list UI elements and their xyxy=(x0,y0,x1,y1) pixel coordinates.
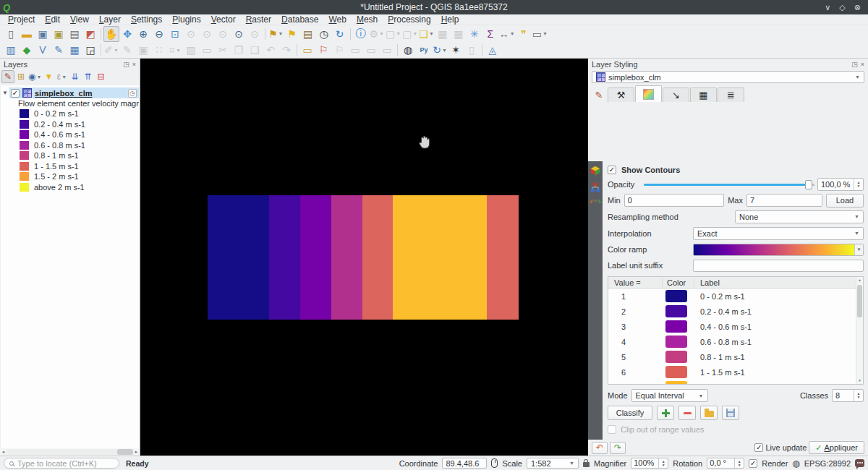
metasearch-icon[interactable]: ◍ xyxy=(400,42,416,58)
delete-selected-icon[interactable]: ▭ xyxy=(199,42,215,58)
layer-diagram-icon[interactable]: ⚐ xyxy=(315,42,331,58)
collapse-all-icon[interactable]: ⇈ xyxy=(81,70,94,83)
close-icon[interactable]: ⊗ xyxy=(854,3,861,12)
class-color-swatch[interactable] xyxy=(665,320,687,333)
class-label[interactable]: 0.2 - 0.4 m s-1 xyxy=(694,307,863,316)
mode-combo[interactable]: Equal Interval▼ xyxy=(631,389,708,402)
layer-row[interactable]: ▼ simplebox_clm ◷ xyxy=(1,87,139,98)
class-table-row[interactable]: 30.4 - 0.6 m s-1 xyxy=(608,319,863,334)
maximize-icon[interactable]: ◇ xyxy=(839,3,845,12)
symbology-brush-icon[interactable]: ✎ xyxy=(590,87,608,102)
processing-toolbox-icon[interactable]: ✳ xyxy=(467,26,482,42)
layer-visibility-checkbox[interactable] xyxy=(11,89,20,98)
class-value[interactable]: 7 xyxy=(608,383,663,385)
class-label[interactable]: 0 - 0.2 m s-1 xyxy=(694,292,863,301)
class-value[interactable]: 2 xyxy=(608,307,663,316)
undo-icon[interactable]: ↶ xyxy=(263,42,278,58)
menu-mesh[interactable]: Mesh xyxy=(352,14,383,25)
coordinate-input[interactable]: 89.4,48.6 xyxy=(442,458,487,469)
tab-rendering[interactable]: ▦ xyxy=(690,87,717,102)
class-value[interactable]: 3 xyxy=(608,322,663,331)
cut-features-icon[interactable]: ✂ xyxy=(215,42,231,58)
menu-layer[interactable]: Layer xyxy=(94,14,126,25)
copy-features-icon[interactable]: ❐ xyxy=(231,42,247,58)
select-features-icon[interactable]: ▢▼ xyxy=(385,26,401,42)
statistics-summary-icon[interactable]: Σ xyxy=(482,26,498,42)
remove-layer-icon[interactable]: ⊟ xyxy=(94,70,107,83)
help-contents-icon[interactable]: ▯ xyxy=(464,42,480,58)
opacity-slider[interactable] xyxy=(644,179,814,190)
style-manager-icon[interactable]: ◩ xyxy=(82,26,98,42)
mesh-calculator-icon[interactable]: ◬ xyxy=(485,42,501,58)
run-feature-action-icon[interactable]: ⚙▼ xyxy=(369,26,386,42)
class-table-row[interactable]: 50.8 - 1 m s-1 xyxy=(608,349,863,364)
bookmark-manager-icon[interactable]: ▤ xyxy=(300,26,316,42)
temporal-clock-icon[interactable]: ◷ xyxy=(128,89,137,98)
scroll-left-icon[interactable]: ◄ xyxy=(0,450,7,454)
color-ramp-button[interactable] xyxy=(694,244,854,255)
class-table-row[interactable]: 61 - 1.5 m s-1 xyxy=(608,364,863,380)
opacity-spinbox[interactable]: 100,0 %▲▼ xyxy=(817,178,864,191)
apply-button[interactable]: ✓ Appliquer xyxy=(809,441,864,454)
identify-features-icon[interactable]: ⓘ xyxy=(353,26,369,42)
magnifier-spinbox[interactable]: 100%▲▼ xyxy=(631,458,668,469)
toggle-editing-icon[interactable]: ✎ xyxy=(119,42,135,58)
menu-view[interactable]: View xyxy=(65,14,94,25)
zoom-native-icon[interactable]: ⊙ xyxy=(215,26,231,42)
filter-legend-icon[interactable]: ▼ xyxy=(42,70,55,83)
text-annotation-icon[interactable]: ▭▼ xyxy=(532,26,548,42)
layer-labeling-icon[interactable]: ▭ xyxy=(299,42,315,58)
zoom-to-selection-icon[interactable]: ⊙ xyxy=(183,26,199,42)
menu-plugins[interactable]: Plugins xyxy=(167,14,205,25)
label-unit-suffix-input[interactable] xyxy=(693,260,864,272)
class-value[interactable]: 4 xyxy=(608,338,663,346)
open-project-icon[interactable]: ▬ xyxy=(19,26,35,42)
legend-class-item[interactable]: 0.4 - 0.6 m s-1 xyxy=(20,129,139,140)
scale-combo[interactable]: 1:582▼ xyxy=(527,458,579,469)
menu-project[interactable]: Project xyxy=(3,14,40,25)
class-label[interactable]: 0.8 - 1 m s-1 xyxy=(694,353,863,362)
layers-hscrollbar[interactable]: ◄ ► xyxy=(0,448,140,456)
new-temp-scratch-layer-icon[interactable]: ▦ xyxy=(67,42,82,58)
layer-name[interactable]: simplebox_clm xyxy=(35,89,92,98)
current-edits-icon[interactable]: ✐▼ xyxy=(103,42,119,58)
save-classes-button[interactable] xyxy=(722,406,739,420)
zoom-to-layer-icon[interactable]: ⊙ xyxy=(199,26,215,42)
new-print-layout-icon[interactable]: ▤ xyxy=(67,26,82,42)
open-layer-styling-icon[interactable]: ✎ xyxy=(1,70,14,83)
pan-map-icon[interactable]: ✋ xyxy=(103,26,119,42)
class-table-row[interactable]: 10 - 0.2 m s-1 xyxy=(608,289,863,304)
slider-handle[interactable] xyxy=(805,180,812,189)
locate-input[interactable]: Type to locate (Ctrl+K) xyxy=(4,458,119,469)
table-vscrollbar[interactable]: ▲ ▼ xyxy=(856,277,863,384)
move-label-icon[interactable]: ▭ xyxy=(363,42,379,58)
style-undo-button[interactable]: ↶ xyxy=(592,442,608,454)
live-update-checkbox[interactable] xyxy=(754,443,763,452)
save-layer-edits-icon[interactable]: ▣ xyxy=(135,42,151,58)
class-color-swatch[interactable] xyxy=(665,290,687,302)
menu-vector[interactable]: Vector xyxy=(206,14,241,25)
resampling-combo[interactable]: None▼ xyxy=(735,210,864,223)
class-value[interactable]: 5 xyxy=(608,353,663,362)
legend-class-item[interactable]: 1.5 - 2 m s-1 xyxy=(20,171,139,182)
extents-mouse-icon[interactable] xyxy=(491,458,498,468)
minimize-icon[interactable]: ∨ xyxy=(825,3,830,12)
style-redo-button[interactable]: ↷ xyxy=(610,442,626,454)
new-project-icon[interactable]: ▯ xyxy=(3,26,19,42)
class-label[interactable]: 1.5 - 2 m s-1 xyxy=(694,383,863,385)
class-label[interactable]: 0.6 - 0.8 m s-1 xyxy=(694,338,863,346)
scroll-right-icon[interactable]: ► xyxy=(133,450,140,454)
pin-labels-icon[interactable]: ⚐ xyxy=(331,42,347,58)
temporal-controller-icon[interactable]: ◷ xyxy=(316,26,332,42)
remove-class-button[interactable] xyxy=(678,406,696,420)
add-class-button[interactable] xyxy=(657,406,674,420)
pan-to-selection-icon[interactable]: ✥ xyxy=(119,26,135,42)
deselect-all-layers-icon[interactable]: ❏▼ xyxy=(418,26,435,42)
expand-all-icon[interactable]: ⇊ xyxy=(68,70,81,83)
col-value-header[interactable]: Value = xyxy=(608,278,663,287)
legend-class-item[interactable]: above 2 m s-1 xyxy=(20,182,139,193)
rotation-spinbox[interactable]: 0,0 °▲▼ xyxy=(707,458,744,469)
class-label[interactable]: 1 - 1.5 m s-1 xyxy=(694,368,863,377)
legend-class-item[interactable]: 0.6 - 0.8 m s-1 xyxy=(20,140,139,151)
diagrams-icon[interactable] xyxy=(590,182,600,192)
